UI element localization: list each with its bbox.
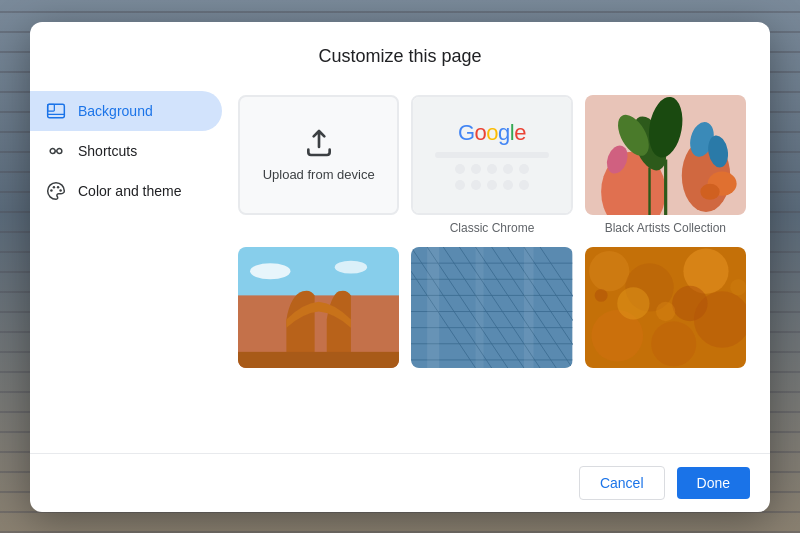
thumbnail-upload[interactable]: Upload from device — [238, 95, 399, 236]
dot — [519, 180, 529, 190]
google-logo: Google — [458, 120, 526, 146]
dot — [503, 180, 513, 190]
svg-rect-1 — [48, 104, 55, 111]
dot — [471, 164, 481, 174]
dot — [519, 164, 529, 174]
golden-box[interactable] — [585, 247, 746, 368]
customize-dialog: Customize this page Background — [30, 22, 770, 512]
svg-point-61 — [656, 302, 675, 321]
svg-point-58 — [672, 286, 707, 321]
svg-rect-48 — [476, 247, 484, 368]
dot — [503, 164, 513, 174]
thumbnail-classic-chrome[interactable]: Google — [411, 95, 572, 236]
dot — [487, 180, 497, 190]
shortcuts-label: Shortcuts — [78, 143, 137, 159]
shortcuts-icon — [46, 141, 66, 161]
sidebar-item-background[interactable]: Background — [30, 91, 222, 131]
svg-point-9 — [59, 189, 62, 192]
svg-point-57 — [617, 288, 649, 320]
background-label: Background — [78, 103, 153, 119]
svg-point-8 — [57, 186, 60, 189]
cancel-button[interactable]: Cancel — [579, 466, 665, 500]
classic-chrome-tile: Google — [413, 97, 570, 214]
color-and-theme-label: Color and theme — [78, 183, 182, 199]
svg-point-59 — [594, 289, 607, 302]
black-artists-label: Black Artists Collection — [605, 221, 726, 235]
classic-chrome-label: Classic Chrome — [450, 221, 535, 235]
upload-icon — [303, 127, 335, 159]
upload-box[interactable]: Upload from device — [238, 95, 399, 216]
thumbnail-golden[interactable] — [585, 247, 746, 368]
svg-point-51 — [589, 252, 629, 292]
upload-label: Upload from device — [263, 167, 375, 182]
content-area: Upload from device Google — [230, 83, 770, 453]
classic-chrome-box[interactable]: Google — [411, 95, 572, 216]
svg-point-26 — [335, 261, 367, 274]
sidebar: Background Shortcuts — [30, 83, 230, 453]
palette-icon — [46, 181, 66, 201]
sidebar-item-shortcuts[interactable]: Shortcuts — [30, 131, 222, 171]
dialog-footer: Cancel Done — [30, 453, 770, 512]
dot — [487, 164, 497, 174]
thumbnail-building[interactable] — [411, 247, 572, 368]
dot — [471, 180, 481, 190]
dot — [455, 164, 465, 174]
svg-point-6 — [50, 189, 53, 192]
dialog-title: Customize this page — [30, 22, 770, 83]
dialog-body: Background Shortcuts — [30, 83, 770, 453]
svg-point-25 — [250, 264, 290, 280]
dots-row-1 — [455, 164, 529, 174]
svg-point-56 — [651, 322, 696, 367]
svg-point-3 — [50, 148, 55, 153]
thumbnail-black-artists[interactable]: Black Artists Collection — [585, 95, 746, 236]
black-artists-box[interactable] — [585, 95, 746, 216]
arch-box[interactable] — [238, 247, 399, 368]
dots-row-2 — [455, 180, 529, 190]
svg-point-4 — [57, 148, 62, 153]
svg-rect-27 — [238, 352, 399, 368]
thumbnail-grid: Upload from device Google — [238, 91, 750, 373]
background-icon — [46, 101, 66, 121]
svg-point-7 — [53, 186, 56, 189]
thumbnail-arch[interactable] — [238, 247, 399, 368]
svg-rect-47 — [427, 247, 439, 368]
search-bar-mock — [435, 152, 548, 158]
building-box[interactable] — [411, 247, 572, 368]
done-button[interactable]: Done — [677, 467, 750, 499]
svg-point-19 — [700, 183, 719, 199]
svg-rect-49 — [524, 247, 534, 368]
dot — [455, 180, 465, 190]
thumbnail-grid-container[interactable]: Upload from device Google — [238, 91, 754, 445]
svg-point-60 — [730, 280, 746, 296]
sidebar-item-color-and-theme[interactable]: Color and theme — [30, 171, 222, 211]
